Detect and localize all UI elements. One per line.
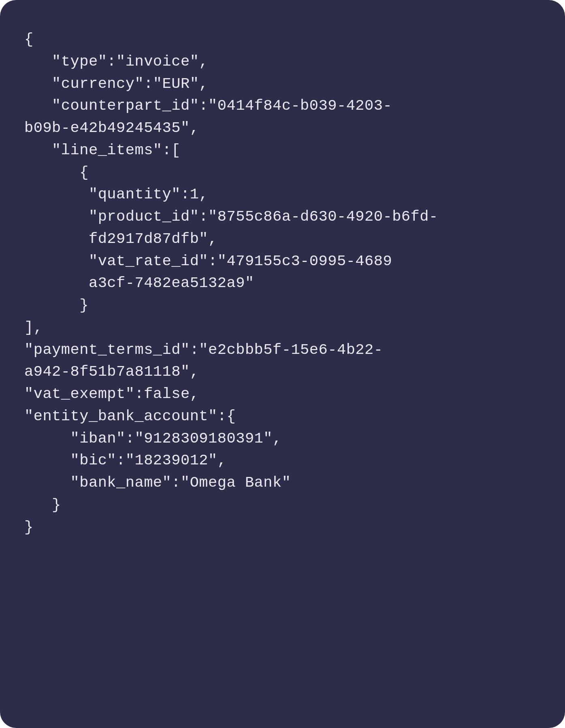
code-line: ], (24, 319, 43, 336)
code-line: fd2917d87dfb", (24, 230, 217, 247)
code-line: "vat_exempt":false, (24, 385, 199, 402)
code-block: { "type":"invoice", "currency":"EUR", "c… (0, 0, 565, 728)
code-line: "quantity":1, (24, 186, 208, 203)
code-line: b09b-e42b49245435", (24, 119, 199, 136)
code-line: "counterpart_id":"0414f84c-b039-4203- (24, 97, 392, 114)
code-line: } (24, 297, 89, 314)
code-line: { (24, 164, 89, 181)
code-line: "bic":"18239012", (24, 452, 226, 469)
code-line: "currency":"EUR", (24, 75, 208, 92)
code-line: "type":"invoice", (24, 53, 208, 70)
code-line: } (24, 519, 34, 536)
code-line: "bank_name":"Omega Bank" (24, 474, 291, 491)
code-line: "product_id":"8755c86a-d630-4920-b6fd- (24, 208, 438, 225)
code-line: "iban":"9128309180391", (24, 430, 282, 447)
code-line: } (24, 496, 61, 513)
code-line: "entity_bank_account":{ (24, 408, 236, 425)
code-line: "line_items":[ (24, 142, 181, 159)
code-line: a942-8f51b7a81118", (24, 363, 199, 380)
code-line: a3cf-7482ea5132a9" (24, 275, 254, 292)
code-line: "vat_rate_id":"479155c3-0995-4689 (24, 253, 392, 270)
code-line: { (24, 31, 34, 48)
code-line: "payment_terms_id":"e2cbbb5f-15e6-4b22- (24, 341, 383, 358)
